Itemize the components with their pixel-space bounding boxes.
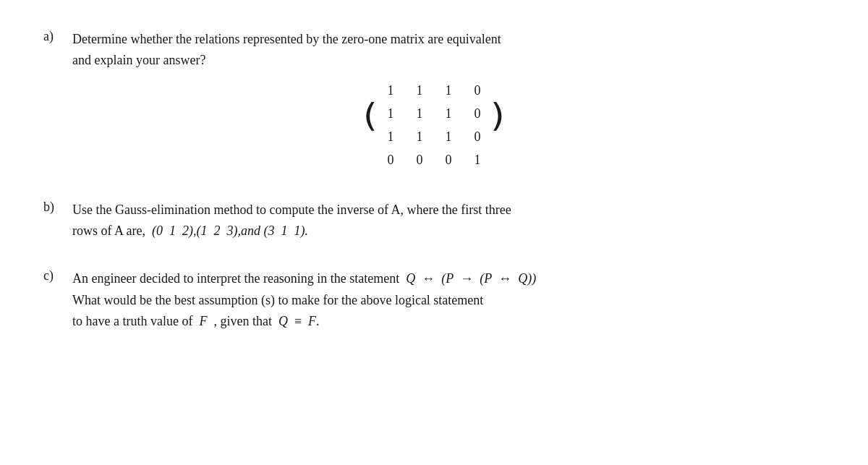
question-b-text2: rows of A are,	[72, 223, 145, 238]
question-c-content: An engineer decided to interpret the rea…	[72, 268, 825, 333]
question-c-text2: What would be the best assumption (s) to…	[72, 293, 483, 307]
question-a-text2: and explain your answer?	[72, 53, 205, 67]
question-b: b) Use the Gauss-elimination method to c…	[43, 200, 825, 242]
question-b-content: Use the Gauss-elimination method to comp…	[72, 200, 825, 242]
question-c-label: c)	[43, 268, 64, 283]
equiv-symbol: ≡	[294, 314, 302, 328]
matrix-cell-3-1: 0	[414, 153, 425, 168]
matrix-cell-0-3: 0	[472, 83, 483, 98]
logic-q-close: Q))	[518, 271, 536, 286]
matrix-cell-2-3: 0	[472, 129, 483, 145]
matrix-cell-2-1: 1	[414, 129, 425, 145]
question-a-label: a)	[43, 29, 64, 44]
value-f-2: F	[308, 314, 316, 328]
matrix-cell-2-2: 1	[443, 129, 454, 145]
matrix-cell-2-0: 1	[385, 129, 396, 145]
question-b-text1: Use the Gauss-elimination method to comp…	[72, 202, 511, 217]
question-a-text1: Determine whether the relations represen…	[72, 32, 501, 46]
matrix-wrapper: ⁽ 1 1 1 0 1 1 1 0 1 1 1 0 0 0 0	[363, 78, 505, 174]
logic-q-equiv: Q	[278, 314, 288, 328]
question-c-text1: An engineer decided to interpret the rea…	[72, 271, 399, 286]
matrix-bracket-left: ⁽	[363, 97, 378, 155]
logic-statement: Q	[406, 271, 415, 286]
matrix-cell-3-3: 1	[472, 153, 483, 168]
question-c-text4: , given that	[210, 314, 275, 328]
question-c-text3: to have a truth value of	[72, 314, 192, 328]
matrix-cell-0-1: 1	[414, 83, 425, 98]
period: .	[316, 314, 320, 328]
question-b-label: b)	[43, 200, 64, 215]
matrix-cell-0-0: 1	[385, 83, 396, 98]
arrow-symbol-2: ↔	[498, 271, 511, 286]
question-a-content: Determine whether the relations represen…	[72, 29, 825, 71]
matrix-cell-1-3: 0	[472, 106, 483, 121]
matrix-cell-3-2: 0	[443, 153, 454, 168]
arrow-symbol-1: →	[460, 271, 473, 286]
matrix-grid: 1 1 1 0 1 1 1 0 1 1 1 0 0 0 0 1	[380, 78, 488, 174]
biconditional-symbol: ↔	[422, 271, 435, 286]
matrix-cell-1-0: 1	[385, 106, 396, 121]
matrix-cell-1-2: 1	[443, 106, 454, 121]
logic-expression: (P	[441, 271, 454, 286]
matrix-cell-0-2: 1	[443, 83, 454, 98]
matrix-cell-1-1: 1	[414, 106, 425, 121]
matrix-cell-3-0: 0	[385, 153, 396, 168]
value-f: F	[199, 314, 207, 328]
logic-paren-expr: (P	[480, 271, 492, 286]
question-c: c) An engineer decided to interpret the …	[43, 268, 825, 333]
matrix-container: ⁽ 1 1 1 0 1 1 1 0 1 1 1 0 0 0 0	[43, 78, 825, 174]
question-b-rows: (0 1 2),(1 2 3),and (3 1 1).	[148, 223, 307, 238]
question-a: a) Determine whether the relations repre…	[43, 29, 825, 174]
matrix-bracket-right: ⁾	[490, 97, 505, 155]
